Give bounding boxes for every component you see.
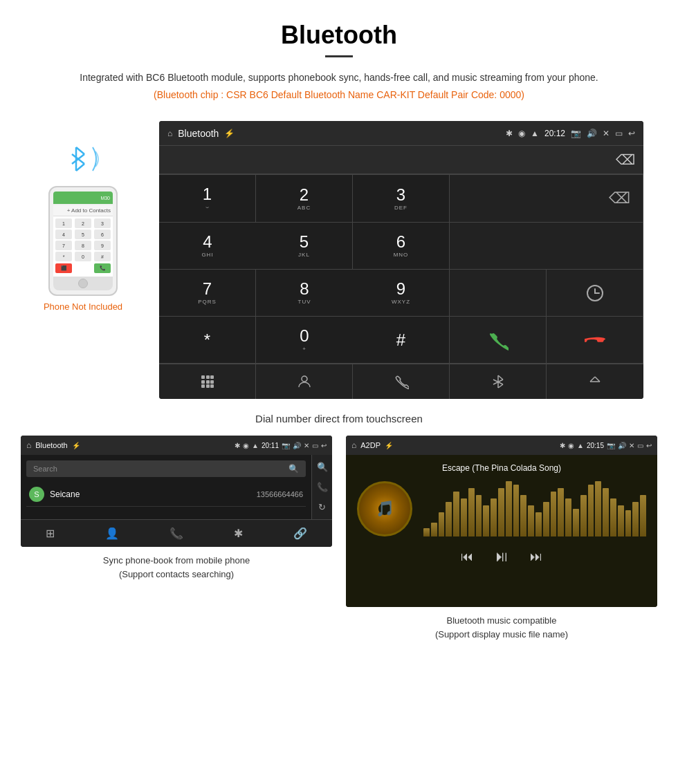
svg-rect-12 bbox=[201, 384, 205, 388]
dial-key-hash[interactable]: # bbox=[353, 317, 450, 364]
svg-line-17 bbox=[498, 375, 503, 380]
phone-mockup: M30 + Add to Contacts 123 456 789 *0# ⬛ bbox=[48, 186, 118, 296]
main-content: M30 + Add to Contacts 123 456 789 *0# ⬛ bbox=[0, 121, 678, 399]
dialpad-screen: ⌂ Bluetooth ⚡ ✱ ◉ ▲ 20:12 📷 🔊 ✕ ▭ ↩ ⌫ bbox=[159, 121, 643, 399]
phone-keypad: 123 456 789 *0# ⬛ 📞 bbox=[53, 216, 113, 277]
phone-home-button-area bbox=[53, 277, 113, 290]
pb-phone-side-icon[interactable]: 📞 bbox=[317, 482, 328, 492]
music-header-right: ✱ ◉ ▲ 20:15 📷 🔊 ✕ ▭ ↩ bbox=[560, 442, 652, 449]
pb-vol-icon[interactable]: 🔊 bbox=[293, 442, 301, 449]
music-controls: ⏮ ⏯ ⏭ bbox=[461, 548, 542, 566]
backspace-button[interactable]: ⌫ bbox=[616, 151, 635, 168]
page-title: Bluetooth bbox=[42, 21, 636, 50]
ms-cam-icon[interactable]: 📷 bbox=[607, 442, 615, 449]
home-icon[interactable]: ⌂ bbox=[167, 129, 172, 138]
pb-grid-icon[interactable]: ⊞ bbox=[46, 527, 55, 540]
back-icon[interactable]: ↩ bbox=[628, 129, 635, 138]
bluetooth-icon[interactable] bbox=[450, 364, 547, 399]
equalizer-visual bbox=[423, 481, 646, 536]
phonebook-action-row: ⊞ 👤 📞 ✱ 🔗 bbox=[21, 519, 332, 547]
music-header-left: ⌂ A2DP ⚡ bbox=[351, 440, 393, 450]
dial-key-star[interactable]: * bbox=[159, 317, 256, 364]
album-area: 🎵 bbox=[357, 481, 646, 536]
phonebook-usb-icon: ⚡ bbox=[72, 442, 80, 449]
svg-line-23 bbox=[590, 377, 595, 382]
ms-time: 20:15 bbox=[587, 442, 604, 449]
pb-search-side-icon[interactable]: 🔍 bbox=[317, 462, 328, 472]
svg-line-22 bbox=[595, 377, 600, 382]
dial-key-9[interactable]: 9WXYZ bbox=[353, 270, 450, 317]
pb-link-icon[interactable]: 🔗 bbox=[293, 527, 307, 540]
ms-vol-icon[interactable]: 🔊 bbox=[618, 442, 626, 449]
contact-phone: 13566664466 bbox=[257, 490, 303, 498]
svg-line-4 bbox=[76, 164, 84, 171]
window-icon[interactable]: ▭ bbox=[615, 129, 623, 138]
dial-end-button[interactable] bbox=[547, 317, 643, 364]
play-pause-icon[interactable]: ⏯ bbox=[494, 548, 509, 566]
next-icon[interactable]: ⏭ bbox=[530, 550, 542, 564]
dial-key-5[interactable]: 5JKL bbox=[256, 223, 353, 270]
screen-time: 20:12 bbox=[544, 129, 565, 138]
ms-back-icon[interactable]: ↩ bbox=[646, 442, 652, 449]
dial-key-2[interactable]: 2ABC bbox=[256, 175, 353, 223]
pb-person-icon[interactable]: 👤 bbox=[105, 527, 119, 540]
call-log-icon[interactable] bbox=[353, 364, 450, 399]
contact-row[interactable]: S Seicane 13566664466 bbox=[26, 483, 306, 507]
close-icon[interactable]: ✕ bbox=[603, 129, 610, 138]
phonebook-body: Search 🔍 S Seicane 13566664466 🔍 📞 ↻ bbox=[21, 455, 332, 519]
dial-key-0[interactable]: 0+ bbox=[256, 317, 353, 364]
signal-icon: ▲ bbox=[531, 129, 539, 138]
svg-rect-13 bbox=[206, 384, 210, 388]
dial-key-6[interactable]: 6MNO bbox=[353, 223, 450, 270]
phonebook-screen-wrap: ⌂ Bluetooth ⚡ ✱ ◉ ▲ 20:11 📷 🔊 ✕ ▭ ↩ bbox=[21, 436, 332, 641]
camera-icon[interactable]: 📷 bbox=[571, 129, 581, 138]
pb-win-icon[interactable]: ▭ bbox=[312, 442, 318, 449]
pb-back-icon[interactable]: ↩ bbox=[321, 442, 327, 449]
settings-icon[interactable] bbox=[547, 364, 643, 399]
dial-key-3[interactable]: 3DEF bbox=[353, 175, 450, 223]
music-usb-icon: ⚡ bbox=[385, 442, 393, 449]
dialpad-display: ⌫ bbox=[159, 146, 643, 174]
phone-section: M30 + Add to Contacts 123 456 789 *0# ⬛ bbox=[21, 121, 145, 312]
dial-key-1[interactable]: 1⌣ bbox=[159, 175, 256, 223]
page-header: Bluetooth Integrated with BC6 Bluetooth … bbox=[0, 0, 678, 121]
svg-rect-9 bbox=[201, 380, 205, 384]
dial-key-4[interactable]: 4GHI bbox=[159, 223, 256, 270]
dial-key-7[interactable]: 7PQRS bbox=[159, 270, 256, 317]
screen-left-icons: ⌂ Bluetooth ⚡ bbox=[167, 128, 235, 139]
dial-call-button[interactable] bbox=[450, 317, 547, 364]
pb-call-icon[interactable]: 📞 bbox=[170, 527, 183, 540]
ms-x-icon[interactable]: ✕ bbox=[629, 442, 634, 449]
svg-rect-6 bbox=[201, 375, 205, 379]
phonebook-home-icon[interactable]: ⌂ bbox=[26, 440, 31, 450]
search-icon[interactable]: 🔍 bbox=[288, 464, 299, 474]
ms-bt-icon: ✱ bbox=[560, 442, 565, 449]
ms-win-icon[interactable]: ▭ bbox=[637, 442, 643, 449]
bottom-screenshots: ⌂ Bluetooth ⚡ ✱ ◉ ▲ 20:11 📷 🔊 ✕ ▭ ↩ bbox=[0, 436, 678, 641]
pb-x-icon[interactable]: ✕ bbox=[304, 442, 309, 449]
phone-home-button bbox=[78, 279, 88, 288]
svg-line-1 bbox=[76, 147, 84, 154]
music-home-icon[interactable]: ⌂ bbox=[351, 440, 356, 450]
pb-cam-icon[interactable]: 📷 bbox=[282, 442, 290, 449]
music-screen: ⌂ A2DP ⚡ ✱ ◉ ▲ 20:15 📷 🔊 ✕ ▭ ↩ bbox=[346, 436, 657, 607]
dial-redial-button[interactable] bbox=[547, 270, 643, 317]
contact-avatar: S bbox=[29, 487, 44, 502]
title-divider bbox=[325, 55, 353, 57]
phonebook-search-bar[interactable]: Search 🔍 bbox=[26, 460, 306, 477]
contacts-icon[interactable] bbox=[256, 364, 353, 399]
prev-icon[interactable]: ⏮ bbox=[461, 550, 473, 564]
svg-line-20 bbox=[498, 384, 503, 388]
screen-header-bar: ⌂ Bluetooth ⚡ ✱ ◉ ▲ 20:12 📷 🔊 ✕ ▭ ↩ bbox=[159, 121, 643, 146]
dialpad-icon[interactable] bbox=[159, 364, 256, 399]
music-screen-wrap: ⌂ A2DP ⚡ ✱ ◉ ▲ 20:15 📷 🔊 ✕ ▭ ↩ bbox=[346, 436, 657, 641]
svg-rect-11 bbox=[210, 380, 214, 384]
pb-bt-bottom-icon[interactable]: ✱ bbox=[234, 527, 243, 540]
song-title: Escape (The Pina Colada Song) bbox=[442, 463, 561, 473]
dial-key-8[interactable]: 8TUV bbox=[256, 270, 353, 317]
dial-cell-empty-3 bbox=[450, 270, 547, 317]
pb-refresh-side-icon[interactable]: ↻ bbox=[318, 502, 326, 512]
volume-icon[interactable]: 🔊 bbox=[587, 129, 597, 138]
bt-music-icon: 🎵 bbox=[376, 500, 394, 518]
svg-rect-14 bbox=[210, 384, 214, 388]
